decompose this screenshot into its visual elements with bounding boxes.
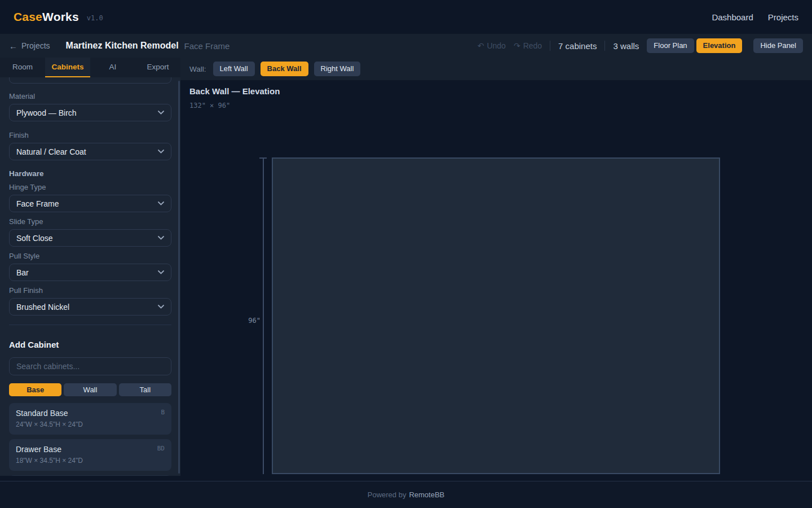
hide-panel-button[interactable]: Hide Panel — [753, 38, 803, 53]
wall-toolbar: Wall: Left Wall Back Wall Right Wall — [180, 58, 812, 80]
footer-brand-link[interactable]: RemoteBB — [409, 491, 444, 499]
category-base-button[interactable]: Base — [9, 383, 61, 396]
back-to-projects-link[interactable]: ← Projects — [9, 41, 50, 50]
chevron-down-icon — [158, 111, 164, 115]
cabinet-search-input[interactable] — [9, 357, 171, 375]
undo-icon: ↶ — [478, 41, 484, 50]
hinge-type-select-value: Face Frame — [16, 199, 158, 208]
tab-room[interactable]: Room — [0, 58, 45, 77]
elevation-button[interactable]: Elevation — [696, 38, 743, 53]
project-subtitle: Face Frame — [184, 41, 230, 51]
tab-export[interactable]: Export — [135, 58, 180, 77]
chevron-down-icon — [158, 270, 164, 274]
back-arrow-icon: ← — [9, 42, 17, 50]
slide-type-label: Slide Type — [9, 217, 171, 226]
redo-icon: ↷ — [514, 41, 520, 50]
undo-label: Undo — [487, 41, 505, 50]
slide-type-select-value: Soft Close — [16, 234, 158, 243]
cabinet-name: Standard Base — [16, 409, 165, 418]
dimension-line — [263, 157, 264, 474]
back-wall-button[interactable]: Back Wall — [261, 62, 308, 76]
chevron-down-icon — [158, 236, 164, 240]
project-header: ← Projects Martinez Kitchen Remodel Face… — [0, 34, 812, 58]
back-link-label: Projects — [21, 41, 50, 50]
redo-label: Redo — [523, 41, 542, 50]
wall-size-readout: 132" × 96" — [189, 102, 230, 110]
pull-style-select-value: Bar — [16, 268, 158, 277]
wall-label: Wall: — [189, 65, 206, 73]
logo-works-text: Works — [42, 10, 79, 23]
wall-elevation-rect[interactable] — [272, 157, 720, 474]
chevron-down-icon — [158, 150, 164, 154]
powered-by-label: Powered by — [368, 491, 407, 499]
divider — [604, 41, 605, 51]
slide-type-select[interactable]: Soft Close — [9, 229, 171, 247]
finish-label: Finish — [9, 131, 171, 139]
hinge-type-label: Hinge Type — [9, 183, 171, 191]
app-logo: CaseWorks — [14, 10, 79, 24]
sidebar: Room Cabinets AI Export Material Plywood… — [0, 58, 180, 476]
version-label: v1.0 — [87, 14, 103, 22]
section-divider — [9, 325, 171, 325]
footer-gap — [0, 476, 812, 481]
add-cabinet-heading: Add Cabinet — [9, 340, 171, 349]
divider — [550, 41, 550, 51]
main-content: Room Cabinets AI Export Material Plywood… — [0, 58, 812, 476]
cabinet-code-badge: BD — [157, 445, 165, 452]
right-wall-button[interactable]: Right Wall — [314, 62, 361, 76]
footer: Powered by RemoteBB — [0, 481, 812, 508]
nav-projects-link[interactable]: Projects — [768, 12, 798, 22]
material-select[interactable]: Plywood — Birch — [9, 104, 171, 121]
cabinet-dimensions: 18"W × 34.5"H × 24"D — [16, 457, 165, 465]
list-item-standard-base[interactable]: Standard Base 24"W × 34.5"H × 24"D B — [9, 403, 171, 435]
pull-finish-select-value: Brushed Nickel — [16, 303, 158, 312]
floor-plan-button[interactable]: Floor Plan — [647, 38, 694, 53]
height-dimension-label: 96" — [231, 317, 261, 325]
sidebar-panel: Material Plywood — Birch Finish Natural … — [0, 77, 180, 476]
elevation-title: Back Wall — Elevation — [189, 86, 280, 96]
sidebar-scrollbar[interactable] — [178, 81, 180, 474]
cabinet-count: 7 cabinets — [558, 41, 597, 51]
cabinet-category-toggle: Base Wall Tall — [9, 383, 171, 396]
chevron-down-icon — [158, 305, 164, 309]
undo-button[interactable]: ↶ Undo — [478, 41, 506, 50]
hinge-type-select[interactable]: Face Frame — [9, 195, 171, 212]
left-wall-button[interactable]: Left Wall — [213, 62, 255, 76]
category-tall-button[interactable]: Tall — [119, 383, 171, 396]
tab-ai[interactable]: AI — [90, 58, 135, 77]
pull-style-select[interactable]: Bar — [9, 264, 171, 281]
pull-style-label: Pull Style — [9, 252, 171, 260]
material-label: Material — [9, 92, 171, 100]
pull-finish-select[interactable]: Brushed Nickel — [9, 298, 171, 316]
elevation-canvas[interactable]: Back Wall — Elevation 132" × 96" 96" — [180, 80, 812, 476]
pull-finish-label: Pull Finish — [9, 286, 171, 295]
header-actions: ↶ Undo ↷ Redo 7 cabinets 3 walls Floor P… — [478, 38, 803, 53]
view-toggle: Floor Plan Elevation — [647, 38, 742, 53]
finish-select-value: Natural / Clear Coat — [16, 147, 158, 156]
nav-dashboard-link[interactable]: Dashboard — [712, 12, 753, 22]
finish-select[interactable]: Natural / Clear Coat — [9, 143, 171, 160]
canvas-column: Wall: Left Wall Back Wall Right Wall Bac… — [180, 58, 812, 476]
tab-cabinets[interactable]: Cabinets — [45, 58, 90, 77]
redo-button[interactable]: ↷ Redo — [514, 41, 542, 50]
top-navbar: CaseWorks v1.0 Dashboard Projects — [0, 0, 812, 34]
clipped-select[interactable] — [9, 77, 171, 84]
nav-links: Dashboard Projects — [712, 12, 798, 22]
hardware-heading: Hardware — [9, 169, 171, 178]
project-title: Martinez Kitchen Remodel — [66, 41, 179, 51]
material-select-value: Plywood — Birch — [16, 108, 158, 117]
logo-case-text: Case — [14, 10, 42, 23]
sidebar-tabs: Room Cabinets AI Export — [0, 58, 180, 77]
chevron-down-icon — [158, 202, 164, 205]
cabinet-list: Standard Base 24"W × 34.5"H × 24"D B Dra… — [9, 403, 171, 476]
cabinet-dimensions: 24"W × 34.5"H × 24"D — [16, 421, 165, 429]
cabinet-code-badge: B — [161, 409, 165, 416]
cabinet-name: Drawer Base — [16, 445, 165, 454]
list-item-partial[interactable] — [9, 475, 171, 476]
list-item-drawer-base[interactable]: Drawer Base 18"W × 34.5"H × 24"D BD — [9, 439, 171, 471]
category-wall-button[interactable]: Wall — [64, 383, 116, 396]
wall-count: 3 walls — [613, 41, 639, 51]
